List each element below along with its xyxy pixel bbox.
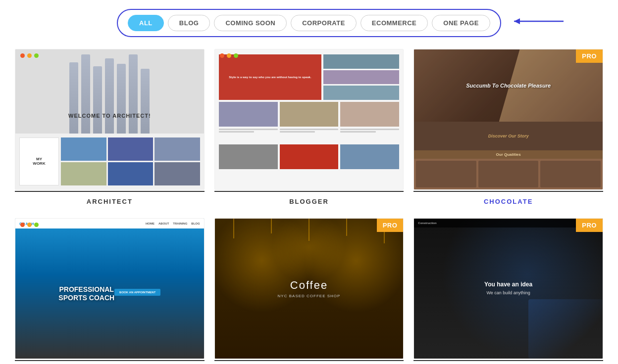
construction-logo: Construction [418, 222, 436, 225]
theme-preview-coach: COACH HOME ABOUT TRAINING BLOG PROFESSIO… [15, 218, 205, 359]
blogger-img [219, 102, 278, 127]
theme-label-coffee: COFFEE [214, 360, 404, 364]
choc-mid-text: Discover Our Story [488, 134, 529, 138]
filter-blog[interactable]: BLOG [168, 15, 210, 31]
coach-cta-button[interactable]: BOOK AN APPOINTMENT [114, 289, 160, 296]
blogger-line [340, 129, 399, 130]
blogger-preview: Style is a way to say who you are withou… [215, 49, 404, 189]
lamp-wire [346, 219, 347, 236]
theme-preview-construction: PRO Construction You have an idea We can… [413, 218, 603, 359]
theme-card-coffee[interactable]: PRO Coffee NYC BASED COFFEE SHOP COFFEE [214, 218, 404, 364]
theme-label-construction: CONSTRUCTION [413, 360, 603, 364]
filter-one-page[interactable]: ONE PAGE [432, 15, 490, 31]
coffee-title: Coffee [278, 279, 341, 292]
theme-label-coach: COACH [15, 360, 205, 364]
arch-grid-item [108, 137, 154, 161]
construction-hero-text: You have an idea We can build anything [484, 281, 532, 296]
arrow-indicator [509, 14, 568, 31]
theme-card-coach[interactable]: COACH HOME ABOUT TRAINING BLOG PROFESSIO… [15, 218, 205, 364]
arch-top: WELCOME TO ARCHITECT! [15, 49, 204, 134]
coffee-text-center: Coffee NYC BASED COFFEE SHOP [278, 279, 341, 298]
arch-col [81, 54, 90, 134]
choc-hero-text: Succumb To Chocolate Pleasure [466, 83, 551, 89]
theme-card-construction[interactable]: PRO Construction You have an idea We can… [413, 218, 603, 364]
arch-col [105, 58, 114, 134]
theme-preview-chocolate: PRO Succumb To Chocolate Pleasure Discov… [413, 49, 603, 190]
blogger-small-img [323, 54, 399, 69]
theme-label-chocolate: CHOCOLATE [413, 191, 603, 208]
blogger-img [340, 144, 399, 169]
coach-preview: COACH HOME ABOUT TRAINING BLOG PROFESSIO… [15, 219, 204, 359]
dot-red [220, 53, 224, 58]
blogger-body [219, 102, 400, 142]
coach-nav-item: TRAINING [173, 222, 187, 225]
dots-row-coach [20, 223, 39, 227]
blogger-line [340, 131, 375, 133]
blogger-line [219, 129, 278, 130]
arch-grid-item [61, 137, 106, 161]
blogger-hero-text: Style is a way to say who you are withou… [227, 73, 313, 81]
coach-nav-item: BLOG [191, 222, 200, 225]
blogger-col [219, 102, 278, 142]
blogger-hero-left: Style is a way to say who you are withou… [219, 54, 322, 100]
architect-preview: WELCOME TO ARCHITECT! MYWORK [15, 49, 204, 189]
blogger-line [280, 131, 315, 133]
theme-label-architect: ARCHITECT [15, 191, 205, 208]
blogger-img [219, 144, 278, 169]
coach-top-bar: COACH HOME ABOUT TRAINING BLOG [15, 219, 204, 228]
blogger-img [280, 144, 339, 169]
construction-machine [528, 299, 603, 359]
choc-item [540, 161, 601, 187]
theme-card-chocolate[interactable]: PRO Succumb To Chocolate Pleasure Discov… [413, 49, 603, 208]
themes-grid: WELCOME TO ARCHITECT! MYWORK ARCHITECT [0, 44, 618, 364]
filter-coming-soon[interactable]: COMING SOON [214, 15, 287, 31]
arch-col [141, 69, 150, 134]
construction-top-bar: Construction [414, 219, 603, 228]
coach-nav-item: HOME [146, 222, 154, 225]
arch-grid-item [108, 162, 154, 185]
choc-bottom [414, 159, 603, 189]
blogger-lines [219, 129, 278, 133]
dot-orange [27, 53, 32, 58]
theme-preview-architect: WELCOME TO ARCHITECT! MYWORK [15, 49, 205, 190]
arch-columns [59, 49, 159, 134]
blogger-small-img [323, 70, 399, 85]
dots-row-blogger [220, 53, 238, 58]
lamp-wire [233, 219, 234, 238]
coach-nav-item: ABOUT [158, 222, 169, 225]
blogger-col [340, 144, 399, 184]
dot-green [34, 53, 39, 58]
blogger-header: Style is a way to say who you are withou… [219, 54, 400, 100]
dot-green [34, 223, 39, 227]
dot-green [234, 53, 238, 58]
blogger-small-img [323, 86, 399, 100]
arch-col [69, 62, 78, 134]
arch-col [129, 54, 138, 134]
pro-badge-construction: PRO [576, 219, 603, 232]
lamp-wire [271, 219, 272, 233]
blogger-lines [280, 129, 339, 133]
dots-row-architect [20, 53, 39, 58]
arch-grid [61, 137, 200, 185]
lamp-wire [309, 219, 309, 241]
filter-ecommerce[interactable]: ECOMMERCE [360, 15, 428, 31]
chocolate-preview: Succumb To Chocolate Pleasure Discover O… [414, 49, 603, 189]
blogger-hero-right [323, 54, 399, 100]
filter-corporate[interactable]: CORPORATE [291, 15, 357, 31]
arch-bottom: MYWORK [15, 134, 204, 189]
theme-card-architect[interactable]: WELCOME TO ARCHITECT! MYWORK ARCHITECT [15, 49, 205, 208]
blogger-col [280, 102, 339, 142]
theme-card-blogger[interactable]: Style is a way to say who you are withou… [214, 49, 404, 208]
arch-grid-item [154, 137, 200, 161]
filter-all[interactable]: ALL [128, 15, 164, 31]
coffee-lamps [215, 219, 404, 243]
dot-red [20, 223, 25, 227]
filter-bar: ALL BLOG COMING SOON CORPORATE ECOMMERCE… [117, 9, 501, 37]
blogger-col [219, 144, 278, 184]
choc-mid: Discover Our Story [414, 122, 603, 150]
coffee-sub: NYC BASED COFFEE SHOP [278, 294, 341, 298]
theme-preview-blogger: Style is a way to say who you are withou… [214, 49, 404, 190]
arch-col [93, 66, 102, 134]
blogger-img [280, 102, 339, 127]
arch-grid-item [154, 162, 200, 185]
